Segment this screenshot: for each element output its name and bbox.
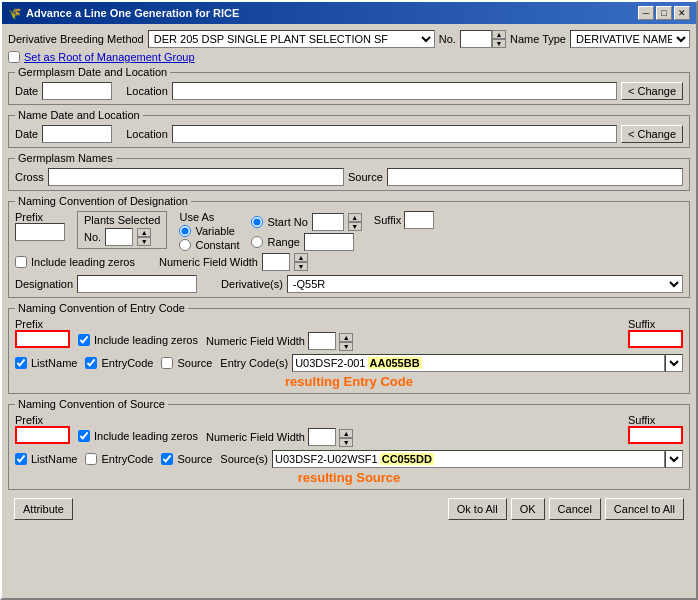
start-no-spinner[interactable]: ▲ ▼ xyxy=(348,213,362,231)
derivative-breeding-select[interactable]: DER 205 DSP SINGLE PLANT SELECTION SF xyxy=(148,30,435,48)
germplasm-names-legend: Germplasm Names xyxy=(15,152,116,164)
germplasm-location-label: Location xyxy=(126,85,168,97)
germplasm-date-input[interactable]: 2008-02-27 xyxy=(42,82,112,100)
suffix-desig-input[interactable]: R xyxy=(404,211,434,229)
germplasm-location-input[interactable]: IRRI-INTERNATIONAL RICE RESEARCH INSTITU… xyxy=(172,82,617,100)
entry-nfw-up[interactable]: ▲ xyxy=(339,333,353,342)
cancel-button[interactable]: Cancel xyxy=(549,498,601,520)
maximize-button[interactable]: □ xyxy=(656,6,672,20)
cancel-to-all-button[interactable]: Cancel to All xyxy=(605,498,684,520)
nfw-spinner-up[interactable]: ▲ xyxy=(294,253,308,262)
source-entrycode-checkbox[interactable] xyxy=(85,453,97,465)
suffix-entry-input[interactable]: BB xyxy=(628,330,683,348)
numeric-field-width-input[interactable]: 2 xyxy=(262,253,290,271)
constant-radio[interactable] xyxy=(179,239,191,251)
prefix-source-input[interactable]: CC xyxy=(15,426,70,444)
no-plants-spinner[interactable]: ▲ ▼ xyxy=(137,228,151,246)
source-leading-zeros-label: Include leading zeros xyxy=(94,430,198,442)
germplasm-date-location-legend: Germplasm Date and Location xyxy=(15,66,170,78)
no-plants-input[interactable]: 4 xyxy=(105,228,133,246)
numeric-field-width-spinner[interactable]: ▲ ▼ xyxy=(294,253,308,271)
start-no-spinner-up[interactable]: ▲ xyxy=(348,213,362,222)
source-nfw-input[interactable]: 3 xyxy=(308,428,336,446)
leading-zeros-checkbox[interactable] xyxy=(15,256,27,268)
variable-radio[interactable] xyxy=(179,225,191,237)
source-nfw-up[interactable]: ▲ xyxy=(339,429,353,438)
prefix-entry-input[interactable]: AA xyxy=(15,330,70,348)
management-group-checkbox[interactable] xyxy=(8,51,20,63)
derivative-breeding-label: Derivative Breeding Method xyxy=(8,33,144,45)
designation-input[interactable]: IR 73262-B xyxy=(77,275,197,293)
plants-selected-row: No. 4 ▲ ▼ xyxy=(84,228,160,246)
entry-code-dropdown[interactable] xyxy=(665,354,683,372)
no-spinner-down[interactable]: ▼ xyxy=(492,39,506,48)
source-dropdown[interactable] xyxy=(665,450,683,468)
no-spinner[interactable]: ▲ ▼ xyxy=(492,30,506,48)
entry-code-part1: U03DSF2-001 xyxy=(293,357,367,369)
ok-to-all-button[interactable]: Ok to All xyxy=(448,498,507,520)
management-group-link[interactable]: Set as Root of Management Group xyxy=(24,51,195,63)
germplasm-date-label: Date xyxy=(15,85,38,97)
entry-nfw-label: Numeric Field Width xyxy=(206,335,305,347)
title-bar-buttons: ─ □ ✕ xyxy=(638,6,690,20)
naming-source-row1: Prefix CC Include leading zeros Numeric … xyxy=(15,414,683,447)
entry-listname-checkbox[interactable] xyxy=(15,357,27,369)
entry-nfw-down[interactable]: ▼ xyxy=(339,342,353,351)
naming-entry-section: Naming Convention of Entry Code Prefix A… xyxy=(8,302,690,394)
entry-entrycode-checkbox[interactable] xyxy=(85,357,97,369)
source-listname-label: ListName xyxy=(31,453,77,465)
attribute-button[interactable]: Attribute xyxy=(14,498,73,520)
name-date-location-row: Date 2008-02-27 Location IRRI-INTERNATIO… xyxy=(15,125,683,143)
entry-source-label: Source xyxy=(177,357,212,369)
source-nfw-spinner[interactable]: ▲ ▼ xyxy=(339,429,353,447)
name-change-button[interactable]: < Change xyxy=(621,125,683,143)
close-button[interactable]: ✕ xyxy=(674,6,690,20)
naming-entry-row2: ListName EntryCode Source Entry Code(s) … xyxy=(15,354,683,372)
source-listname-checkbox[interactable] xyxy=(15,453,27,465)
start-no-radio[interactable] xyxy=(251,216,263,228)
no-input[interactable]: 205 xyxy=(460,30,492,48)
entry-leading-zeros-checkbox[interactable] xyxy=(78,334,90,346)
range-input[interactable] xyxy=(304,233,354,251)
germplasm-change-button[interactable]: < Change xyxy=(621,82,683,100)
entry-code-part2: AA055BB xyxy=(368,357,422,369)
prefix-entry-label: Prefix xyxy=(15,318,43,330)
minimize-button[interactable]: ─ xyxy=(638,6,654,20)
cross-input[interactable]: IR 73262 xyxy=(48,168,344,186)
resulting-source-label: resulting Source xyxy=(298,470,401,485)
naming-source-section: Naming Convention of Source Prefix CC In… xyxy=(8,398,690,490)
no-spinner-up[interactable]: ▲ xyxy=(492,30,506,39)
start-no-spinner-down[interactable]: ▼ xyxy=(348,222,362,231)
source-input[interactable]: IR 73262-B xyxy=(387,168,683,186)
naming-entry-row1: Prefix AA Include leading zeros Numeric … xyxy=(15,318,683,351)
source-source-checkbox[interactable] xyxy=(161,453,173,465)
sources-label: Source(s) xyxy=(220,453,268,465)
constant-label: Constant xyxy=(195,239,239,251)
range-radio[interactable] xyxy=(251,236,263,248)
source-part2: CC055DD xyxy=(380,453,434,465)
entry-nfw-input[interactable]: 3 xyxy=(308,332,336,350)
entry-source-checkbox[interactable] xyxy=(161,357,173,369)
entry-leading-zeros-label: Include leading zeros xyxy=(94,334,198,346)
no-plants-spinner-down[interactable]: ▼ xyxy=(137,237,151,246)
name-date-input[interactable]: 2008-02-27 xyxy=(42,125,112,143)
entry-listname-label: ListName xyxy=(31,357,77,369)
name-location-input[interactable]: IRRI-INTERNATIONAL RICE RESEARCH INSTITU… xyxy=(172,125,617,143)
source-nfw-down[interactable]: ▼ xyxy=(339,438,353,447)
entry-nfw-spinner[interactable]: ▲ ▼ xyxy=(339,333,353,351)
ok-button[interactable]: OK xyxy=(511,498,545,520)
source-entrycode-label: EntryCode xyxy=(101,453,153,465)
germplasm-names-section: Germplasm Names Cross IR 73262 Source IR… xyxy=(8,152,690,191)
start-no-input[interactable]: 55 xyxy=(312,213,344,231)
name-date-location-section: Name Date and Location Date 2008-02-27 L… xyxy=(8,109,690,148)
suffix-source-input[interactable]: DD xyxy=(628,426,683,444)
name-type-select[interactable]: DERIVATIVE NAME xyxy=(570,30,690,48)
derivatives-select[interactable]: -Q55R xyxy=(287,275,683,293)
source-leading-zeros-checkbox[interactable] xyxy=(78,430,90,442)
prefix-desig-input[interactable]: Q xyxy=(15,223,65,241)
cross-label: Cross xyxy=(15,171,44,183)
source-label: Source xyxy=(348,171,383,183)
no-plants-spinner-up[interactable]: ▲ xyxy=(137,228,151,237)
nfw-spinner-down[interactable]: ▼ xyxy=(294,262,308,271)
numeric-field-width-label: Numeric Field Width xyxy=(159,256,258,268)
